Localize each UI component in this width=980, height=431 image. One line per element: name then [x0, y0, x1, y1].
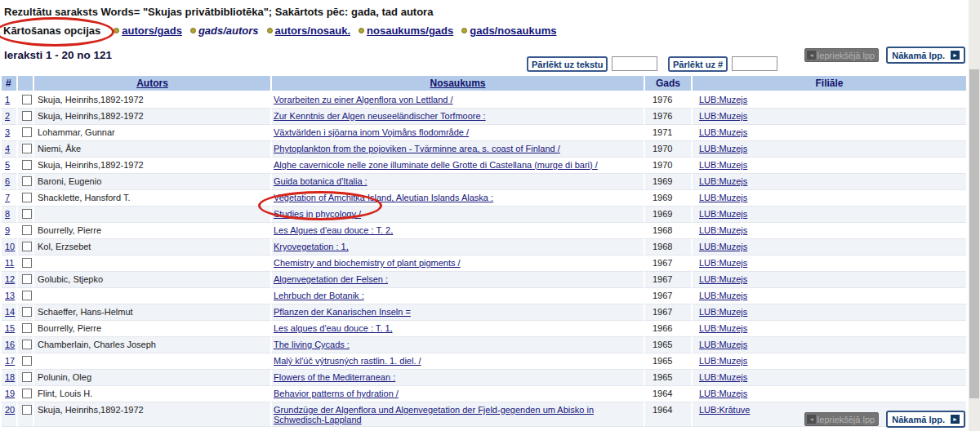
title-link[interactable]: Vegetation of Amchitka Island, Aleutian …: [274, 193, 493, 202]
branch-link[interactable]: LUB:Muzejs: [699, 176, 747, 186]
scrollbar-thumb[interactable]: [969, 69, 979, 398]
branch-link[interactable]: LUB:Muzejs: [699, 193, 747, 202]
row-checkbox[interactable]: [22, 95, 32, 104]
jump-to-text-input[interactable]: [612, 56, 657, 71]
row-checkbox[interactable]: [22, 340, 32, 349]
row-number-link[interactable]: 7: [5, 193, 10, 202]
title-link[interactable]: Flowers of the Mediterranean :: [274, 372, 395, 382]
sort-option-link[interactable]: nosaukums/gads: [367, 24, 453, 37]
title-link[interactable]: Kryovegetation : 1,: [274, 242, 349, 251]
branch-link[interactable]: LUB:Muzejs: [699, 95, 747, 104]
row-number-link[interactable]: 12: [5, 274, 15, 284]
previous-page-button[interactable]: ◄Iepriekšējā lpp: [804, 48, 879, 62]
jump-to-number-input[interactable]: [732, 56, 777, 71]
branch-link[interactable]: LUB:Muzejs: [699, 225, 747, 235]
row-number-link[interactable]: 13: [5, 291, 15, 300]
branch-link[interactable]: LUB:Muzejs: [699, 274, 747, 284]
row-checkbox[interactable]: [22, 176, 32, 186]
next-page-button[interactable]: Nākamā lpp.►: [886, 47, 965, 64]
sort-option-link[interactable]: autors/gads: [122, 24, 182, 37]
row-checkbox[interactable]: [22, 242, 32, 251]
branch-link[interactable]: LUB:Muzejs: [699, 160, 747, 170]
row-number-link[interactable]: 3: [5, 127, 10, 137]
row-checkbox[interactable]: [22, 144, 32, 153]
row-number-link[interactable]: 14: [5, 307, 15, 317]
title-link[interactable]: Zur Kenntnis der Algen neuseeländischer …: [274, 111, 486, 121]
title-link[interactable]: Lehrbuch der Botanik :: [274, 291, 364, 300]
row-number-link[interactable]: 20: [5, 405, 15, 415]
row-number-link[interactable]: 10: [5, 242, 15, 251]
branch-link[interactable]: LUB:Muzejs: [699, 356, 747, 366]
row-number-link[interactable]: 18: [5, 372, 15, 382]
branch-link[interactable]: LUB:Muzejs: [699, 127, 747, 137]
title-link[interactable]: Vorarbeiten zu einer Algenflora von Lett…: [274, 95, 453, 104]
title-link[interactable]: Les Algues d'eau douce : T. 2,: [274, 225, 393, 235]
row-checkbox[interactable]: [22, 160, 32, 170]
sort-option-link[interactable]: autors/nosauk.: [275, 24, 350, 37]
title-link[interactable]: The living Cycads :: [274, 340, 350, 349]
row-number-link[interactable]: 8: [5, 209, 10, 219]
title-link[interactable]: Studies in phycology /: [274, 209, 361, 219]
nosaukums-sort-link[interactable]: Nosaukums: [430, 78, 485, 89]
row-number-link[interactable]: 5: [5, 160, 10, 170]
row-checkbox[interactable]: [22, 405, 32, 415]
title-link[interactable]: Behavior patterns of hydration /: [274, 389, 399, 398]
row-checkbox[interactable]: [22, 209, 32, 219]
row-number-link[interactable]: 11: [5, 258, 14, 268]
row-number-link[interactable]: 15: [5, 323, 15, 333]
row-checkbox[interactable]: [22, 291, 32, 300]
title-link[interactable]: Algenvegetation der Felsen :: [274, 274, 388, 284]
row-checkbox[interactable]: [22, 372, 32, 382]
autors-sort-link[interactable]: Autors: [136, 78, 168, 89]
row-checkbox[interactable]: [22, 389, 32, 398]
branch-link[interactable]: LUB:Muzejs: [699, 389, 747, 398]
title-link[interactable]: Grundzüge der Algenflora und Algenvegeta…: [274, 405, 594, 424]
row-checkbox[interactable]: [22, 274, 32, 284]
branch-link[interactable]: LUB:Krātuve: [699, 405, 750, 415]
row-number-link[interactable]: 1: [5, 95, 10, 104]
row-checkbox[interactable]: [22, 258, 32, 268]
title-link[interactable]: Phytoplankton from the pojoviken - Tvärm…: [274, 144, 560, 153]
branch-link[interactable]: LUB:Muzejs: [699, 209, 747, 219]
row-checkbox[interactable]: [22, 225, 32, 235]
row-number-link[interactable]: 2: [5, 111, 10, 121]
previous-page-button-bottom[interactable]: ◄Iepriekšējā lpp: [804, 412, 879, 426]
branch-link[interactable]: LUB:Muzejs: [699, 323, 747, 333]
jump-to-text-button[interactable]: Pārlēkt uz tekstu: [527, 56, 608, 72]
branch-link[interactable]: LUB:Muzejs: [699, 144, 747, 153]
title-link[interactable]: Chemistry and biochemistry of plant pigm…: [274, 258, 461, 268]
row-checkbox[interactable]: [22, 307, 32, 317]
row-number-link[interactable]: 4: [5, 144, 10, 153]
author-text: Flint, Louis H.: [38, 389, 92, 398]
row-checkbox[interactable]: [22, 111, 32, 121]
row-number-link[interactable]: 9: [5, 225, 10, 235]
title-link[interactable]: Malý kl'úč výtrusných rastlin. 1. diel. …: [274, 356, 421, 366]
title-link[interactable]: Pflanzen der Kanarischen Inseln =: [274, 307, 411, 317]
row-number-link[interactable]: 6: [5, 176, 10, 186]
row-checkbox[interactable]: [22, 193, 32, 202]
sort-option-link[interactable]: gads/nosaukums: [470, 24, 556, 37]
branch-link[interactable]: LUB:Muzejs: [699, 372, 747, 382]
row-checkbox[interactable]: [22, 356, 32, 366]
row-number-link[interactable]: 17: [5, 356, 15, 366]
next-page-button-bottom[interactable]: Nākamā lpp.►: [886, 411, 965, 428]
previous-page-label: Iepriekšējā lpp: [817, 415, 875, 424]
title-link[interactable]: Guida botanica d'Italia :: [274, 176, 368, 186]
vertical-scrollbar[interactable]: [969, 0, 980, 431]
title-link[interactable]: Växtvärlden i sjöarna inom Vojmåns flodo…: [274, 127, 469, 137]
branch-link[interactable]: LUB:Muzejs: [699, 340, 747, 349]
bullet-icon: [267, 28, 273, 33]
branch-link[interactable]: LUB:Muzejs: [699, 111, 747, 121]
branch-link[interactable]: LUB:Muzejs: [699, 291, 747, 300]
row-number-link[interactable]: 16: [5, 340, 15, 349]
row-checkbox[interactable]: [22, 323, 32, 333]
row-checkbox[interactable]: [22, 127, 32, 137]
title-link[interactable]: Alghe cavernicole nelle zone illuminate …: [274, 160, 598, 170]
page-title: Rezultātu saraksts Words= "Skujas privāt…: [4, 6, 433, 18]
branch-link[interactable]: LUB:Muzejs: [699, 307, 747, 317]
title-link[interactable]: Les algues d'eau douce : T. 1,: [274, 323, 393, 333]
branch-link[interactable]: LUB:Muzejs: [699, 258, 747, 268]
row-number-link[interactable]: 19: [5, 389, 15, 398]
jump-to-number-button[interactable]: Pārlēkt uz #: [668, 56, 728, 72]
branch-link[interactable]: LUB:Muzejs: [699, 242, 747, 251]
